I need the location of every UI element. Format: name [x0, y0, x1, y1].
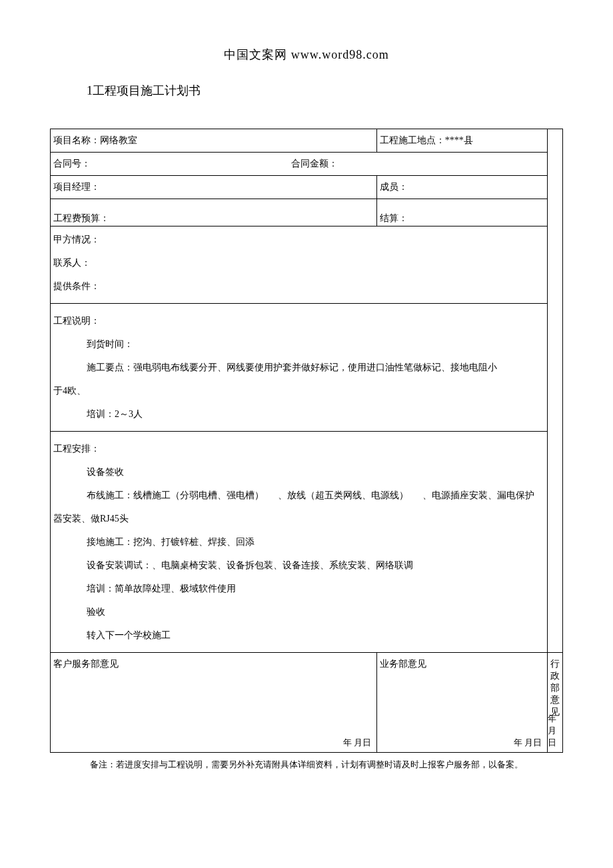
row-budget: 工程费预算： 结算：: [51, 199, 563, 226]
sign-label: 设备签收: [53, 460, 544, 484]
wiring-line: 布线施工：线槽施工（分弱电槽、强电槽） 、放线（超五类网线、电源线） 、电源插座…: [53, 484, 544, 507]
page-header: 中国文案网 www.word98.com: [50, 47, 563, 63]
cell-contract: 合同号： 合同金额：: [51, 153, 548, 176]
next-label: 转入下一个学校施工: [53, 624, 544, 647]
contract-no-label: 合同号：: [53, 158, 289, 170]
wiring-label-2: 、放线（超五类网线、电源线）: [278, 490, 408, 500]
cell-arrangement: 工程安排： 设备签收 布线施工：线槽施工（分弱电槽、强电槽） 、放线（超五类网线…: [51, 432, 548, 653]
customer-opinion-label: 客户服务部意见: [53, 658, 374, 670]
wiring-label-3: 、电源插座安装、漏电保护: [422, 490, 534, 500]
cell-project-name: 项目名称：网络教室: [51, 129, 377, 153]
cell-admin-opinion: 行政部意见 年 月日: [547, 653, 562, 753]
admin-date-label: 年 月日: [548, 713, 557, 749]
cell-budget: 工程费预算：: [51, 199, 377, 226]
debug-label: 设备安装调试：、电脑桌椅安装、设备拆包装、设备连接、系统安装、网络联调: [53, 554, 544, 577]
contract-amount-label: 合同金额：: [291, 159, 338, 169]
cell-member: 成员：: [376, 176, 547, 199]
business-date-label: 年 月日: [514, 737, 542, 749]
ohm-label: 于4欧、: [53, 386, 86, 396]
cell-business-opinion: 业务部意见 年 月日: [376, 653, 547, 753]
cell-party-a: 甲方情况： 联系人： 提供条件：: [51, 226, 548, 304]
accept-label: 验收: [53, 600, 544, 624]
row-party-a: 甲方情况： 联系人： 提供条件：: [51, 226, 563, 304]
wiring-label-1: 布线施工：线槽施工（分弱电槽、强电槽）: [87, 490, 264, 500]
cell-customer-opinion: 客户服务部意见 年 月日: [51, 653, 377, 753]
desc-label: 工程说明：: [53, 316, 100, 326]
project-form-table: 项目名称：网络教室 工程施工地点：****县 合同号： 合同金额： 项目经理： …: [50, 129, 563, 753]
row-contract: 合同号： 合同金额：: [51, 153, 563, 176]
cell-pm: 项目经理：: [51, 176, 377, 199]
document-title: 1工程项目施工计划书: [87, 83, 563, 99]
contact-label: 联系人：: [53, 258, 91, 268]
rj45-label: 器安装、做RJ45头: [53, 514, 129, 524]
points-label: 施工要点：强电弱电布线要分开、网线要使用护套并做好标记，使用进口油性笔做标记、接…: [53, 356, 544, 379]
training-label: 培训：2～3人: [53, 402, 544, 426]
cell-settlement: 结算：: [376, 199, 547, 226]
business-opinion-label: 业务部意见: [380, 658, 544, 670]
row-description: 工程说明： 到货时间： 施工要点：强电弱电布线要分开、网线要使用护套并做好标记，…: [51, 304, 563, 432]
row-arrangement: 工程安排： 设备签收 布线施工：线槽施工（分弱电槽、强电槽） 、放线（超五类网线…: [51, 432, 563, 653]
row-pm: 项目经理： 成员：: [51, 176, 563, 199]
cell-description: 工程说明： 到货时间： 施工要点：强电弱电布线要分开、网线要使用护套并做好标记，…: [51, 304, 548, 432]
footnote: 备注：若进度安排与工程说明，需要另外补充请附具体详细资料，计划有调整时请及时上报…: [50, 758, 563, 772]
arrival-label: 到货时间：: [53, 332, 544, 356]
condition-label: 提供条件：: [53, 281, 100, 291]
customer-date-label: 年 月日: [343, 737, 371, 749]
cell-location: 工程施工地点：****县: [376, 129, 547, 153]
row-opinions: 客户服务部意见 年 月日 业务部意见 年 月日 行政部意见 年 月日: [51, 653, 563, 753]
arrange-label: 工程安排：: [53, 444, 100, 454]
party-a-label: 甲方情况：: [53, 234, 100, 244]
train-label: 培训：简单故障处理、极域软件使用: [53, 577, 544, 600]
grounding-label: 接地施工：挖沟、打镀锌桩、焊接、回添: [53, 530, 544, 554]
row-project-name: 项目名称：网络教室 工程施工地点：****县: [51, 129, 563, 153]
admin-opinion-label: 行政部意见: [550, 658, 560, 718]
